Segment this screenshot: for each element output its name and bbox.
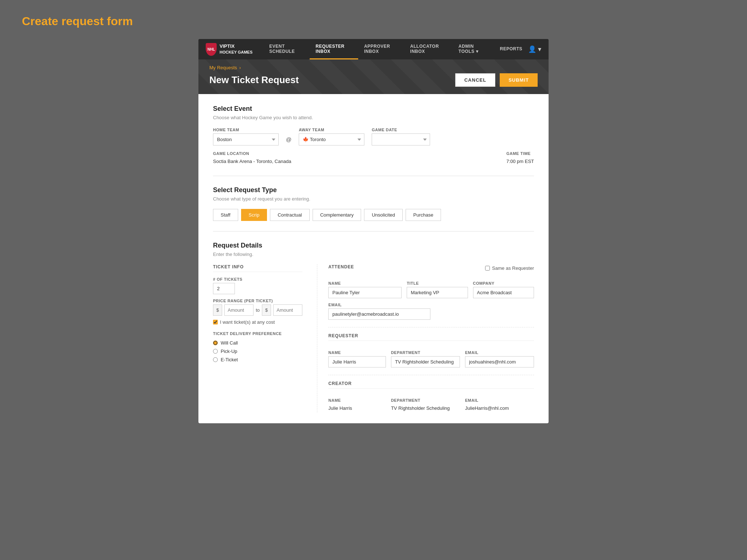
- price-range-row: $ to $: [213, 304, 302, 316]
- nav-approver-inbox[interactable]: APPROVER INBOX: [358, 39, 404, 59]
- nav-allocator-inbox[interactable]: ALLOCATOR INBOX: [405, 39, 453, 59]
- creator-name-label: NAME: [328, 398, 386, 402]
- e-ticket-radio[interactable]: [213, 357, 218, 362]
- submit-button[interactable]: SUBMIT: [500, 73, 538, 87]
- requester-name-field: NAME: [328, 346, 386, 368]
- creator-section: CREATOR NAME Julie Harris DEPARTMENT TV …: [328, 375, 534, 412]
- same-as-requester-checkbox[interactable]: [485, 266, 490, 271]
- cancel-button[interactable]: CANCEL: [455, 73, 495, 87]
- requester-col-title: REQUESTER: [328, 333, 534, 341]
- req-btn-unsolicited[interactable]: Unsolicited: [364, 209, 403, 221]
- same-as-requester-label[interactable]: Same as Requester: [492, 265, 534, 271]
- brand: NHL VIPTIX HOCKEY GAMES: [206, 43, 252, 56]
- nav-admin-tools[interactable]: ADMIN TOOLS ▾: [453, 39, 494, 59]
- nav-items: EVENT SCHEDULE REQUESTER INBOX APPROVER …: [263, 39, 528, 59]
- home-team-field: HOME TEAM Boston: [213, 128, 279, 145]
- creator-email-value: JulieHarris@nhl.com: [465, 404, 534, 412]
- team-date-row: HOME TEAM Boston @ AWAY TEAM 🍁 Toronto G…: [213, 128, 534, 145]
- header-row: New Ticket Request CANCEL SUBMIT: [209, 73, 538, 87]
- num-tickets-label: # OF TICKETS: [213, 277, 302, 281]
- requester-name-label: NAME: [328, 350, 386, 355]
- location-time-row: GAME LOCATION Soctia Bank Arena - Toront…: [213, 151, 534, 166]
- creator-dept-field: DEPARTMENT TV Rightsholder Scheduling: [391, 394, 460, 412]
- select-event-subtitle: Choose what Hockey Game you wish to atte…: [213, 115, 534, 120]
- attendee-header: ATTENDEE Same as Requester: [328, 264, 534, 272]
- requester-section: REQUESTER NAME DEPARTMENT EMAI: [328, 327, 534, 368]
- game-time-label: GAME TIME: [506, 151, 534, 156]
- creator-dept-label: DEPARTMENT: [391, 398, 460, 402]
- creator-email-label: EMAIL: [465, 398, 534, 402]
- req-btn-complementary[interactable]: Complementary: [313, 209, 361, 221]
- attendee-name-field: NAME: [328, 277, 402, 298]
- num-tickets-input[interactable]: [213, 283, 235, 294]
- attendee-name-input[interactable]: [328, 287, 402, 298]
- requester-fields-row: NAME DEPARTMENT EMAIL: [328, 346, 534, 368]
- req-btn-staff[interactable]: Staff: [213, 209, 238, 221]
- e-ticket-label[interactable]: E-Ticket: [221, 357, 238, 362]
- pick-up-label[interactable]: Pick-Up: [221, 349, 237, 354]
- home-team-label: HOME TEAM: [213, 128, 279, 132]
- request-details-subtitle: Enter the following.: [213, 252, 534, 257]
- attendee-company-field: COMPANY: [473, 277, 534, 298]
- request-type-buttons: Staff Scrip Contractual Complementary Un…: [213, 209, 534, 221]
- ticket-info-col-title: TICKET INFO: [213, 264, 302, 272]
- request-type-section: Select Request Type Choose what type of …: [213, 186, 534, 221]
- nav-user[interactable]: 👤 ▾: [528, 45, 541, 53]
- ticket-info-col: TICKET INFO # OF TICKETS PRICE RANGE (PE…: [213, 264, 302, 412]
- at-symbol: @: [286, 136, 291, 145]
- app-window: NHL VIPTIX HOCKEY GAMES EVENT SCHEDULE R…: [198, 39, 549, 423]
- away-team-field: AWAY TEAM 🍁 Toronto: [299, 128, 364, 145]
- requester-email-field: EMAIL: [465, 346, 534, 368]
- requester-dept-label: DEPARTMENT: [391, 350, 460, 355]
- creator-col-title: CREATOR: [328, 381, 534, 389]
- pick-up-radio[interactable]: [213, 349, 218, 354]
- details-grid: TICKET INFO # OF TICKETS PRICE RANGE (PE…: [213, 264, 534, 412]
- creator-email-field: EMAIL JulieHarris@nhl.com: [465, 394, 534, 412]
- creator-fields-row: NAME Julie Harris DEPARTMENT TV Rightsho…: [328, 394, 534, 412]
- any-cost-checkbox[interactable]: [213, 320, 218, 324]
- attendee-col-title: ATTENDEE: [328, 264, 354, 272]
- attendee-title-field: TITLE: [407, 277, 468, 298]
- breadcrumb: My Requests ›: [209, 65, 538, 70]
- home-team-select[interactable]: Boston: [213, 133, 279, 145]
- attendee-email-field: EMAIL: [328, 303, 534, 320]
- game-location-label: GAME LOCATION: [213, 151, 477, 156]
- attendee-company-input[interactable]: [473, 287, 534, 298]
- will-call-label[interactable]: Will Call: [221, 340, 238, 346]
- attendee-title-input[interactable]: [407, 287, 468, 298]
- select-event-section: Select Event Choose what Hockey Game you…: [213, 105, 534, 166]
- away-team-label: AWAY TEAM: [299, 128, 364, 132]
- delivery-pref-label: TICKET DELIVERY PREFERENCE: [213, 331, 302, 336]
- radio-will-call: Will Call: [213, 340, 302, 346]
- requester-email-input[interactable]: [465, 356, 534, 368]
- req-btn-scrip[interactable]: Scrip: [241, 209, 267, 221]
- req-btn-purchase[interactable]: Purchase: [406, 209, 441, 221]
- select-event-title: Select Event: [213, 105, 534, 113]
- form-area: Select Event Choose what Hockey Game you…: [198, 94, 549, 423]
- nav-event-schedule[interactable]: EVENT SCHEDULE: [263, 39, 310, 59]
- game-date-select[interactable]: [372, 133, 430, 145]
- requester-dept-input[interactable]: [391, 356, 460, 368]
- attendee-email-label: EMAIL: [328, 303, 534, 307]
- price-to-label: to: [256, 307, 260, 313]
- page-header: My Requests › New Ticket Request CANCEL …: [198, 59, 549, 94]
- will-call-radio[interactable]: [213, 341, 218, 345]
- price-to-input[interactable]: [273, 304, 302, 316]
- new-request-title: New Ticket Request: [209, 74, 299, 86]
- requester-name-input[interactable]: [328, 356, 386, 368]
- nav-reports[interactable]: REPORTS: [494, 39, 528, 59]
- navbar: NHL VIPTIX HOCKEY GAMES EVENT SCHEDULE R…: [198, 39, 549, 59]
- game-location-value: Soctia Bank Arena - Toronto, Canada: [213, 157, 477, 166]
- away-team-select[interactable]: 🍁 Toronto: [299, 133, 364, 145]
- attendee-email-input[interactable]: [328, 308, 430, 320]
- any-cost-label[interactable]: I want ticket(s) at any cost: [220, 319, 275, 325]
- req-btn-contractual[interactable]: Contractual: [270, 209, 309, 221]
- attendee-name-title-company-row: NAME TITLE COMPANY: [328, 277, 534, 298]
- game-location-field: GAME LOCATION Soctia Bank Arena - Toront…: [213, 151, 477, 166]
- same-as-req: Same as Requester: [485, 265, 534, 271]
- game-time-field: GAME TIME 7:00 pm EST: [506, 151, 534, 166]
- nav-requester-inbox[interactable]: REQUESTER INBOX: [310, 39, 358, 59]
- price-from-input[interactable]: [224, 304, 253, 316]
- nhl-logo: NHL: [206, 43, 217, 56]
- request-type-title: Select Request Type: [213, 186, 534, 194]
